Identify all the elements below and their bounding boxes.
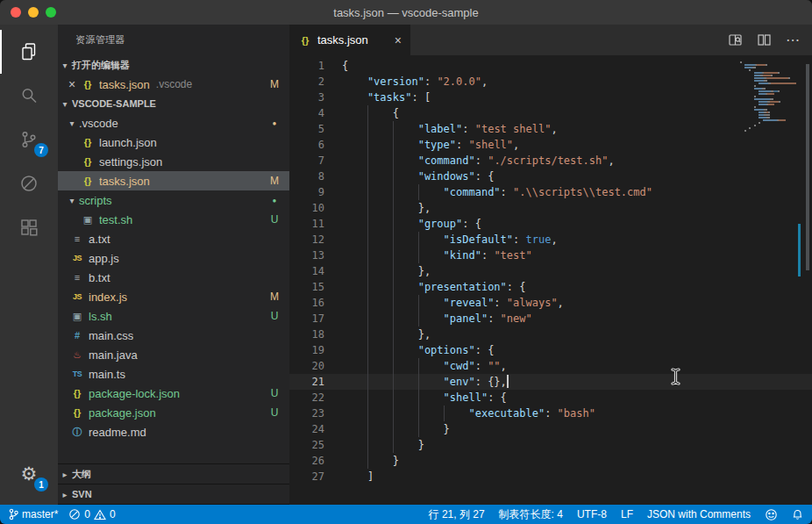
code-line[interactable]: 21"env": {}, (289, 374, 812, 390)
code-line[interactable]: 23"executable": "bash" (289, 406, 812, 421)
code-line[interactable]: 14}, (289, 263, 812, 279)
file-item-main.java[interactable]: ♨main.java (58, 345, 289, 364)
code-line[interactable]: 7"command": "./scripts/test.sh", (289, 153, 812, 169)
line-number: 13 (289, 248, 324, 263)
code-line[interactable]: 3"tasks": [ (289, 90, 812, 105)
code-line[interactable]: 16"reveal": "always", (289, 295, 812, 311)
problems-indicator[interactable]: 0 0 (68, 508, 115, 520)
code-line[interactable]: 22"shell": { (289, 390, 812, 406)
line-number: 8 (289, 169, 324, 184)
json-file-icon: {} (81, 156, 95, 167)
file-item-launch.json[interactable]: {}launch.json (58, 133, 289, 152)
sidebar-section-0[interactable]: ▸大纲 (58, 463, 289, 484)
code-line[interactable]: 12"isDefault": true, (289, 232, 812, 248)
cursor-position[interactable]: 行 21, 列 27 (429, 507, 485, 522)
file-item-tasks.json[interactable]: {}tasks.jsonM (58, 171, 289, 190)
folder-item-.vscode[interactable]: ▾.vscode● (58, 113, 289, 133)
open-editors-header[interactable]: ▾ 打开的编辑器 (58, 55, 289, 75)
activity-source-control[interactable]: 7 (0, 118, 58, 162)
code-line[interactable]: 27] (289, 469, 812, 485)
git-status-badge: U (268, 406, 281, 419)
feedback-smiley-icon[interactable] (765, 508, 778, 521)
activity-debug[interactable] (0, 162, 58, 205)
file-item-index.js[interactable]: JSindex.jsM (58, 287, 289, 306)
json-file-icon: {} (81, 137, 95, 147)
code-line[interactable]: 20"cwd": "", (289, 358, 812, 374)
sidebar-section-label: 大纲 (72, 468, 91, 481)
notifications-bell-icon[interactable] (792, 508, 803, 520)
code-line[interactable]: 10}, (289, 200, 812, 216)
language-mode[interactable]: JSON with Comments (647, 508, 751, 520)
json-file-icon: {} (81, 79, 95, 90)
code-line[interactable]: 24} (289, 421, 812, 437)
code-line[interactable]: 17"panel": "new" (289, 311, 812, 327)
activity-explorer[interactable] (0, 30, 58, 74)
code-line[interactable]: 2"version": "2.0.0", (289, 74, 812, 90)
close-tab-icon[interactable]: × (395, 33, 402, 47)
zoom-window-button[interactable] (46, 7, 56, 18)
code-line[interactable]: 26} (289, 453, 812, 469)
file-item-ls.sh[interactable]: ▣ls.shU (58, 306, 289, 326)
item-label: launch.json (99, 136, 157, 149)
tab-tasks-json[interactable]: {} tasks.json × (289, 25, 410, 55)
line-number: 9 (289, 184, 324, 200)
more-actions-icon[interactable]: ⋯ (786, 33, 800, 47)
minimap[interactable] (740, 61, 793, 133)
json-file-icon: {} (70, 407, 84, 418)
code-line[interactable]: 9"command": ".\\scripts\\test.cmd" (289, 184, 812, 200)
line-number: 4 (289, 105, 324, 121)
line-number: 14 (289, 263, 324, 279)
code-editor[interactable]: 1{2"version": "2.0.0",3"tasks": [4{5"lab… (289, 55, 812, 505)
code-line[interactable]: 4{ (289, 105, 812, 121)
code-line[interactable]: 15"presentation": { (289, 279, 812, 295)
code-line[interactable]: 25} (289, 437, 812, 453)
git-modified-dot: ● (268, 197, 281, 205)
code-text: }, (342, 200, 431, 216)
activity-manage[interactable]: ⚙ 1 (0, 452, 58, 496)
line-number: 7 (289, 153, 324, 169)
eol-setting[interactable]: LF (621, 508, 633, 520)
modified-overview-mark (798, 224, 801, 276)
line-number: 18 (289, 327, 324, 342)
file-item-package.json[interactable]: {}package.jsonU (58, 403, 289, 422)
editor-group: {} tasks.json × (289, 25, 812, 505)
file-item-a.txt[interactable]: ≡a.txt (58, 229, 289, 248)
indentation-setting[interactable]: 制表符长度: 4 (499, 507, 563, 522)
line-number: 26 (289, 453, 324, 469)
chevron-down-icon: ▾ (58, 99, 72, 109)
code-line[interactable]: 8"windows": { (289, 169, 812, 184)
scrollbar-thumb[interactable] (806, 64, 809, 270)
code-line[interactable]: 11"group": { (289, 216, 812, 232)
minimize-window-button[interactable] (28, 7, 39, 18)
code-line[interactable]: 6"type": "shell", (289, 137, 812, 153)
file-item-package-lock.json[interactable]: {}package-lock.jsonU (58, 384, 289, 403)
folder-item-scripts[interactable]: ▾scripts● (58, 190, 289, 210)
file-item-main.css[interactable]: #main.css (58, 326, 289, 345)
workspace-root-header[interactable]: ▾ VSCODE-SAMPLE (58, 94, 289, 113)
code-line[interactable]: 13"kind": "test" (289, 248, 812, 263)
file-item-app.js[interactable]: JSapp.js (58, 248, 289, 268)
git-branch-indicator[interactable]: master* (9, 508, 58, 520)
close-window-button[interactable] (11, 7, 21, 18)
close-editor-icon[interactable]: × (65, 77, 79, 91)
open-preview-icon[interactable] (728, 32, 743, 47)
line-number: 25 (289, 437, 324, 453)
file-item-main.ts[interactable]: TSmain.ts (58, 364, 289, 384)
code-line[interactable]: 19"options": { (289, 342, 812, 358)
code-text: "command": "./scripts/test.sh", (342, 153, 615, 169)
sidebar-section-1[interactable]: ▸SVN (58, 484, 289, 505)
files-icon (18, 41, 39, 62)
code-line[interactable]: 1{ (289, 58, 812, 74)
split-editor-icon[interactable] (757, 32, 772, 47)
file-item-b.txt[interactable]: ≡b.txt (58, 268, 289, 287)
activity-extensions[interactable] (0, 205, 58, 249)
open-editor-item[interactable]: ×{}tasks.json.vscodeM (58, 75, 289, 94)
activity-search[interactable] (0, 74, 58, 118)
code-line[interactable]: 18}, (289, 327, 812, 342)
file-item-test.sh[interactable]: ▣test.shU (58, 210, 289, 229)
code-line[interactable]: 5"label": "test shell", (289, 121, 812, 137)
file-item-settings.json[interactable]: {}settings.json (58, 152, 289, 171)
encoding-setting[interactable]: UTF-8 (577, 508, 607, 520)
sidebar-bottom-sections: ▸大纲▸SVN (58, 463, 289, 505)
file-item-readme.md[interactable]: ⓘreadme.md (58, 422, 289, 441)
